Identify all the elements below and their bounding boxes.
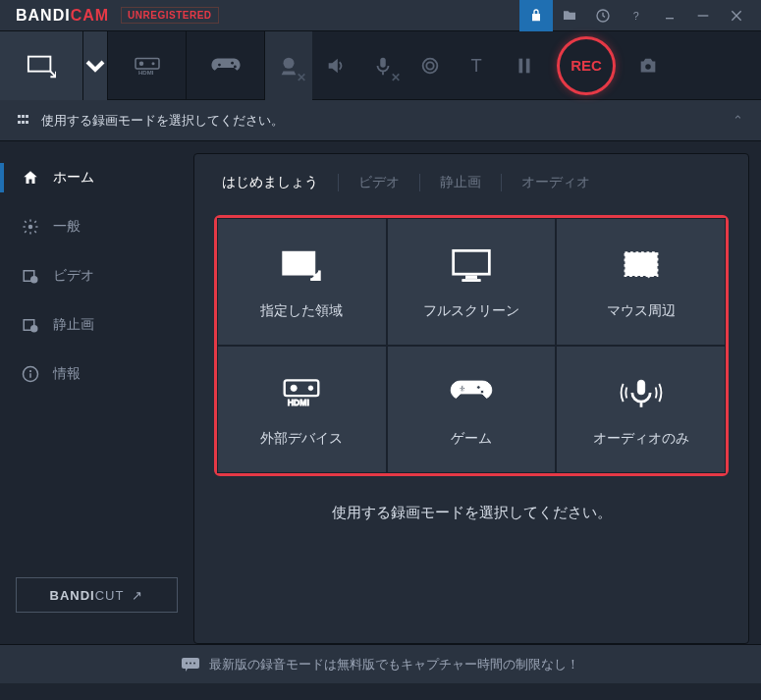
mode-cell-game[interactable]: ゲーム xyxy=(387,346,557,473)
svg-point-24 xyxy=(31,326,37,332)
svg-point-40 xyxy=(476,386,480,390)
bandicut-a: BANDI xyxy=(50,588,95,603)
svg-point-46 xyxy=(193,662,195,664)
svg-rect-29 xyxy=(454,250,490,274)
titlebar: BANDICAM UNREGISTERED ? xyxy=(0,0,761,31)
svg-text:T: T xyxy=(471,55,482,76)
svg-point-19 xyxy=(645,64,651,70)
mode-game-button[interactable] xyxy=(187,31,265,100)
svg-rect-13 xyxy=(380,57,386,67)
mode-cell-mouse[interactable]: マウス周辺 xyxy=(556,218,726,346)
mode-select-bar[interactable]: 使用する録画モードを選択してください。 ⌃ xyxy=(0,100,761,141)
cell-label: 外部デバイス xyxy=(260,430,343,448)
svg-point-6 xyxy=(138,61,143,66)
tab-image[interactable]: 静止画 xyxy=(420,174,502,191)
lock-button[interactable] xyxy=(519,0,553,31)
logo: BANDICAM xyxy=(16,7,109,25)
sidebar-item-label: ホーム xyxy=(53,169,94,187)
unregistered-badge: UNREGISTERED xyxy=(121,7,218,24)
screenshot-button[interactable] xyxy=(625,31,672,100)
close-button[interactable] xyxy=(720,0,753,31)
svg-rect-4 xyxy=(28,56,51,71)
svg-point-20 xyxy=(28,225,33,230)
svg-point-11 xyxy=(233,65,236,68)
svg-point-9 xyxy=(218,63,221,66)
bandicut-button[interactable]: BANDICUT ↗ xyxy=(16,577,178,613)
svg-point-12 xyxy=(284,57,295,68)
hdmi-icon: HDMI xyxy=(280,371,323,414)
mode-hdmi-button[interactable]: HDMI xyxy=(108,31,187,100)
mode-cell-audio[interactable]: オーディオのみ xyxy=(556,346,726,473)
svg-point-10 xyxy=(231,61,234,64)
compact-button[interactable] xyxy=(653,0,686,31)
mode-grid-highlight: 指定した領域 フルスクリーン マウス周辺 HDMI 外部デバイス ゲーム オーデ… xyxy=(214,215,729,476)
mode-grid: 指定した領域 フルスクリーン マウス周辺 HDMI 外部デバイス ゲーム オーデ… xyxy=(217,218,726,473)
sidebar-item-video[interactable]: ビデオ xyxy=(0,251,193,300)
svg-point-35 xyxy=(308,386,313,391)
record-button[interactable]: REC xyxy=(557,36,616,95)
sidebar-item-image[interactable]: 静止画 xyxy=(0,300,193,350)
bandicut-b: CUT xyxy=(95,588,125,603)
svg-point-14 xyxy=(426,62,433,69)
webcam-toggle[interactable]: ✕ xyxy=(265,31,312,100)
sidebar-item-label: ビデオ xyxy=(53,267,94,285)
sidebar-item-home[interactable]: ホーム xyxy=(0,153,193,202)
audio-mic-icon xyxy=(620,371,663,414)
cell-label: マウス周辺 xyxy=(607,302,676,320)
mode-cell-rectangle[interactable]: 指定した領域 xyxy=(217,218,387,346)
svg-rect-39 xyxy=(462,386,463,392)
rectangle-icon xyxy=(280,243,323,287)
svg-rect-30 xyxy=(465,276,476,279)
svg-rect-42 xyxy=(637,380,644,395)
cell-label: フルスクリーン xyxy=(423,302,519,320)
svg-point-15 xyxy=(423,58,438,73)
svg-text:?: ? xyxy=(633,10,639,22)
svg-rect-3 xyxy=(698,15,709,16)
svg-text:HDMI: HDMI xyxy=(138,70,154,76)
x-badge-icon: ✕ xyxy=(297,71,306,84)
tab-video[interactable]: ビデオ xyxy=(339,174,420,191)
svg-rect-31 xyxy=(462,280,480,282)
cursor-effect-toggle[interactable] xyxy=(407,31,454,100)
footer: 最新版の録音モードは無料版でもキャプチャー時間の制限なし！ xyxy=(0,644,761,683)
logo-b: CAM xyxy=(71,7,109,24)
mic-toggle[interactable]: ✕ xyxy=(359,31,407,100)
svg-text:HDMI: HDMI xyxy=(288,398,309,407)
pause-button[interactable] xyxy=(501,31,548,100)
text-overlay-toggle[interactable]: T xyxy=(454,31,501,100)
chevron-up-icon: ⌃ xyxy=(733,113,743,128)
mode-screen-rect-button[interactable] xyxy=(0,31,83,100)
tab-audio[interactable]: オーディオ xyxy=(502,174,610,191)
help-button[interactable]: ? xyxy=(620,0,653,31)
sidebar-item-label: 静止画 xyxy=(53,316,94,334)
cell-label: ゲーム xyxy=(451,430,492,448)
chat-icon xyxy=(182,658,199,672)
svg-rect-27 xyxy=(29,373,31,378)
footer-text: 最新版の録音モードは無料版でもキャプチャー時間の制限なし！ xyxy=(209,656,579,673)
tab-getstarted[interactable]: はじめましょう xyxy=(222,174,339,191)
x-badge-icon: ✕ xyxy=(391,71,401,84)
mode-cell-device[interactable]: HDMI 外部デバイス xyxy=(217,346,387,473)
sidebar-item-general[interactable]: 一般 xyxy=(0,202,193,251)
svg-rect-17 xyxy=(519,58,523,73)
sidebar-item-label: 情報 xyxy=(53,365,81,383)
svg-rect-2 xyxy=(666,18,674,19)
svg-point-41 xyxy=(480,390,484,394)
minimize-button[interactable] xyxy=(686,0,720,31)
history-button[interactable] xyxy=(586,0,620,31)
speaker-toggle[interactable] xyxy=(312,31,359,100)
svg-point-34 xyxy=(291,385,297,391)
toolbar: HDMI ✕ ✕ T REC xyxy=(0,31,761,100)
mouse-area-icon xyxy=(620,243,663,287)
cell-label: オーディオのみ xyxy=(593,430,689,448)
mode-dropdown-button[interactable] xyxy=(83,31,108,100)
sidebar-item-info[interactable]: 情報 xyxy=(0,350,193,399)
main-panel: はじめましょう ビデオ 静止画 オーディオ 指定した領域 フルスクリーン マウス… xyxy=(193,153,749,644)
folder-button[interactable] xyxy=(553,0,586,31)
svg-point-44 xyxy=(186,662,188,664)
cell-label: 指定した領域 xyxy=(260,302,343,320)
grid-icon xyxy=(18,115,31,126)
mode-cell-fullscreen[interactable]: フルスクリーン xyxy=(387,218,557,346)
sidebar-item-label: 一般 xyxy=(53,218,81,236)
svg-point-22 xyxy=(31,277,37,283)
